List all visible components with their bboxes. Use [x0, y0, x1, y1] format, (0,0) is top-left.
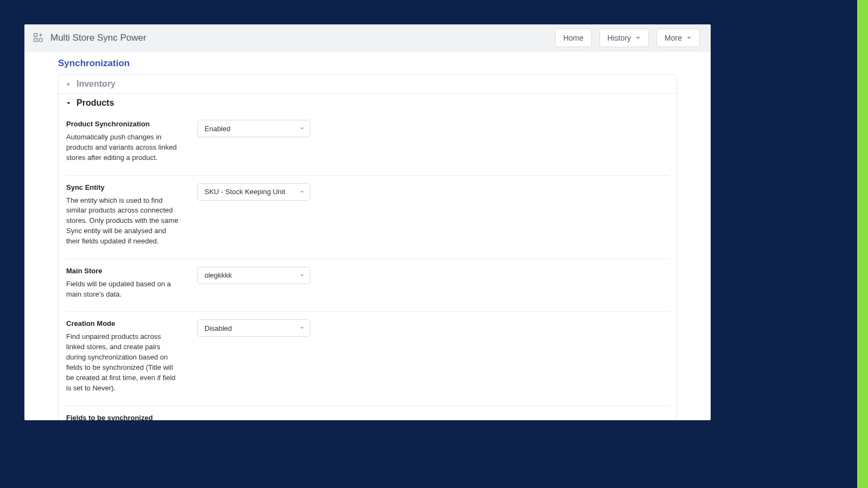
settings-panel: Inventory Products Product Synchronizati…	[58, 74, 677, 420]
home-button[interactable]: Home	[555, 29, 591, 47]
product-sync-value: Enabled	[205, 125, 231, 133]
history-button[interactable]: History	[599, 29, 649, 47]
section-inventory-label: Inventory	[76, 79, 116, 89]
more-button-label: More	[665, 34, 682, 42]
sync-entity-select[interactable]: SKU - Stock Keeping Unit	[197, 183, 310, 201]
section-products-header[interactable]: Products	[59, 94, 676, 112]
sync-entity-label: Sync Entity	[66, 183, 180, 191]
more-button[interactable]: More	[656, 29, 700, 47]
main-store-select[interactable]: olegkkkk	[197, 267, 310, 284]
history-button-label: History	[608, 34, 631, 42]
sync-entity-value: SKU - Stock Keeping Unit	[205, 188, 285, 196]
app-logo-icon	[33, 33, 44, 43]
creation-mode-select[interactable]: Disabled	[197, 319, 310, 337]
main-store-label: Main Store	[66, 267, 180, 275]
field-row-main-store: Main Store Fields will be updated based …	[66, 259, 669, 312]
sync-entity-help: The entity which is used to find similar…	[66, 196, 180, 247]
section-inventory-header[interactable]: Inventory	[59, 75, 676, 94]
app-header: Multi Store Sync Power Home History More	[24, 24, 711, 52]
header-actions: Home History More	[555, 29, 702, 47]
svg-rect-0	[34, 33, 37, 36]
caret-down-icon	[300, 326, 304, 330]
product-sync-select[interactable]: Enabled	[197, 120, 310, 137]
main-store-value: olegkkkk	[205, 271, 232, 279]
product-sync-label: Product Synchronization	[66, 120, 180, 128]
caret-down-icon	[300, 273, 304, 278]
creation-mode-value: Disabled	[205, 324, 232, 332]
caret-down-icon	[686, 35, 692, 41]
chevron-down-icon	[66, 101, 71, 106]
product-sync-help: Automatically push changes in products a…	[66, 132, 180, 163]
fields-to-sync-label: Fields to be synchronized	[66, 414, 180, 421]
field-row-product-sync: Product Synchronization Automatically pu…	[66, 112, 669, 176]
main-store-help: Fields will be updated based on a main s…	[66, 279, 180, 300]
caret-down-icon	[300, 190, 304, 194]
page-title: Synchronization	[58, 58, 677, 69]
creation-mode-help: Find unpaired products across linked sto…	[66, 332, 180, 393]
home-button-label: Home	[563, 34, 583, 42]
accent-bar	[857, 0, 868, 488]
section-products-body: Product Synchronization Automatically pu…	[59, 112, 676, 420]
field-row-fields-to-sync: Fields to be synchronized	[66, 406, 669, 421]
section-products-label: Products	[76, 98, 114, 108]
chevron-right-icon	[66, 82, 71, 87]
caret-down-icon	[300, 126, 304, 131]
field-row-sync-entity: Sync Entity The entity which is used to …	[66, 176, 669, 259]
caret-down-icon	[635, 35, 641, 41]
field-row-creation-mode: Creation Mode Find unpaired products acr…	[66, 312, 669, 406]
app-frame: Multi Store Sync Power Home History More…	[24, 24, 711, 420]
svg-rect-2	[39, 38, 42, 41]
creation-mode-label: Creation Mode	[66, 319, 180, 328]
content-area: Synchronization Inventory Products Produ…	[24, 52, 711, 420]
svg-rect-1	[34, 38, 37, 41]
app-title: Multi Store Sync Power	[50, 33, 146, 43]
